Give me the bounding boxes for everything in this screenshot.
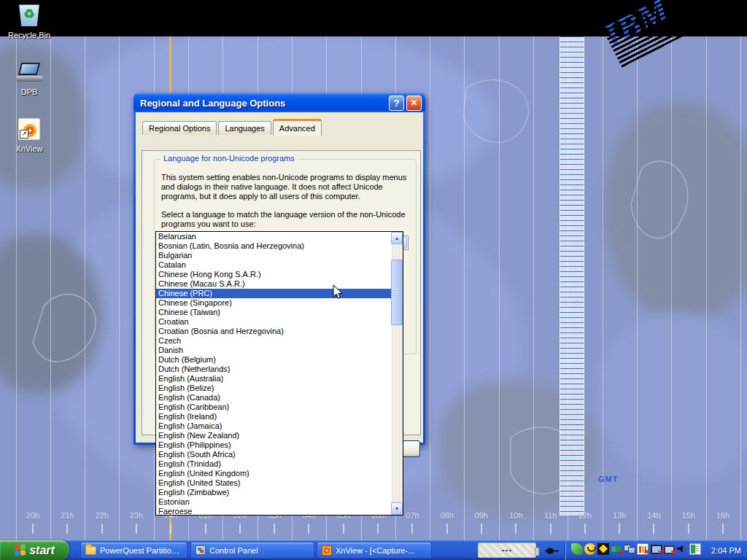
hour-tick <box>170 524 171 534</box>
start-label: start <box>29 544 55 557</box>
laptop-icon <box>16 63 42 83</box>
language-option[interactable]: Dutch (Belgium) <box>156 355 391 365</box>
scrollbar-thumb[interactable] <box>391 260 403 325</box>
hour-label: 10h <box>498 511 533 520</box>
taskbar-task-folder[interactable]: PowerQuest Partition... <box>80 542 187 559</box>
language-option[interactable]: Dutch (Netherlands) <box>156 365 391 374</box>
scroll-up-icon[interactable]: ▲ <box>391 232 403 244</box>
start-button[interactable]: start <box>0 540 69 560</box>
language-option[interactable]: Croatian <box>156 317 391 327</box>
text-line: Select a language to match the language … <box>161 210 406 219</box>
language-option[interactable]: English (Australia) <box>156 374 391 384</box>
icon-label: XnView <box>6 144 53 153</box>
select-instruction: Select a language to match the language … <box>161 210 406 229</box>
language-option-selected[interactable]: Chinese (PRC) <box>156 289 391 298</box>
language-option[interactable]: Chinese (Macau S.A.R.) <box>156 279 391 289</box>
language-option[interactable]: English (United Kingdom) <box>156 469 391 478</box>
desktop-icon-recycle-bin[interactable]: Recycle Bin <box>6 3 53 39</box>
help-button[interactable]: ? <box>389 96 404 111</box>
language-option[interactable]: English (Jamaica) <box>156 421 391 431</box>
volume-icon[interactable] <box>676 543 688 555</box>
hour-tick <box>101 524 103 534</box>
dialog-titlebar[interactable]: Regional and Language Options ? ✕ <box>133 93 425 112</box>
dialog-title: Regional and Language Options <box>140 98 387 109</box>
language-option[interactable]: English (Canada) <box>156 393 391 402</box>
task-label: Control Panel <box>209 546 258 555</box>
language-option[interactable]: Faeroese <box>156 507 391 515</box>
icon-label: DPB <box>6 88 53 96</box>
close-button[interactable]: ✕ <box>406 96 422 111</box>
language-option[interactable]: Chinese (Taiwan) <box>156 308 391 317</box>
hour-label: 22h <box>85 511 120 520</box>
meridian-line <box>603 36 603 540</box>
hour-tick <box>446 524 448 534</box>
tab-languages[interactable]: Languages <box>218 121 271 135</box>
language-option[interactable]: English (Zimbabwe) <box>156 488 391 497</box>
task-label: XnView - [<Capture-... <box>336 546 414 555</box>
connection-muted-icon[interactable]: ✕ <box>663 543 675 555</box>
language-option[interactable]: Bulgarian <box>156 251 391 260</box>
display-disabled-icon[interactable]: ✕ <box>650 543 662 555</box>
language-option[interactable]: English (Philippines) <box>156 440 391 450</box>
gmt-hatched-band <box>560 36 584 516</box>
hour-tick <box>377 524 379 534</box>
tab-advanced[interactable]: Advanced <box>273 119 322 136</box>
tab-regional-options[interactable]: Regional Options <box>142 121 217 135</box>
meridian-line <box>85 36 85 540</box>
hour-label: 16h <box>705 511 740 520</box>
hour-tick <box>722 524 724 534</box>
taskbar-task-cpl[interactable]: Control Panel <box>190 542 314 559</box>
language-option[interactable]: Croatian (Bosnia and Herzegovina) <box>156 327 391 336</box>
taskbar-task-xnview[interactable]: XnView - [<Capture-... <box>317 542 432 559</box>
battery-meter[interactable]: --- <box>478 542 536 558</box>
meridian-line <box>706 36 707 540</box>
language-option[interactable]: Chinese (Hong Kong S.A.R.) <box>156 270 391 279</box>
hour-label: 09h <box>464 511 499 520</box>
error-x-icon: ✕ <box>618 549 624 556</box>
alert-icon[interactable] <box>597 543 609 555</box>
language-option[interactable]: Estonian <box>156 497 391 507</box>
hour-tick <box>515 524 516 534</box>
users-offline-icon[interactable]: ✕ <box>611 543 622 555</box>
meridian-line <box>464 36 465 540</box>
icon-label: Recycle Bin <box>6 31 53 39</box>
hour-tick <box>205 524 206 534</box>
language-option[interactable]: English (Caribbean) <box>156 402 391 412</box>
hour-tick <box>688 524 689 534</box>
task-label: PowerQuest Partition... <box>100 546 182 555</box>
language-option[interactable]: Bosnian (Latin, Bosnia and Herzegovina) <box>156 241 391 251</box>
tray-icons: ✕✕✕✕ <box>571 543 703 558</box>
tab-strip: Regional Options Languages Advanced <box>142 119 323 135</box>
meridian-line <box>533 36 534 540</box>
desktop-icon-dpb[interactable]: DPB <box>6 63 53 96</box>
language-option[interactable]: Danish <box>156 346 391 355</box>
removable-hardware-icon[interactable] <box>571 543 583 555</box>
hour-label: 08h <box>430 511 465 520</box>
language-option[interactable]: English (United States) <box>156 478 391 488</box>
taskbar-clock[interactable]: 2:04 PM <box>711 540 741 560</box>
language-option[interactable]: Catalan <box>156 260 391 270</box>
language-option[interactable]: Chinese (Singapore) <box>156 298 391 308</box>
hour-tick <box>66 524 68 534</box>
statistics-blocked-icon[interactable]: ✕ <box>637 543 649 555</box>
error-x-icon: ✕ <box>643 548 649 556</box>
list-scrollbar[interactable]: ▲ ▼ <box>391 232 403 515</box>
language-option[interactable]: English (Ireland) <box>156 412 391 421</box>
language-bar-icon[interactable] <box>689 543 701 555</box>
language-option[interactable]: English (New Zealand) <box>156 431 391 440</box>
hour-label: 14h <box>636 511 671 520</box>
desktop-icon-xnview[interactable]: XnView <box>6 118 53 153</box>
hour-label: 12h <box>568 511 603 520</box>
agent-icon[interactable] <box>584 543 596 555</box>
language-option[interactable]: Belarusian <box>156 232 391 241</box>
mouse-cursor <box>333 284 343 303</box>
scroll-down-icon[interactable]: ▼ <box>391 502 403 515</box>
network-places-icon[interactable] <box>624 543 635 555</box>
language-option[interactable]: English (Trinidad) <box>156 459 391 469</box>
hour-tick <box>308 524 309 534</box>
language-option[interactable]: Czech <box>156 336 391 346</box>
hour-tick <box>584 524 586 534</box>
language-option[interactable]: English (South Africa) <box>156 450 391 459</box>
groupbox-caption: Language for non-Unicode programs <box>160 154 298 163</box>
language-option[interactable]: English (Belize) <box>156 384 391 393</box>
